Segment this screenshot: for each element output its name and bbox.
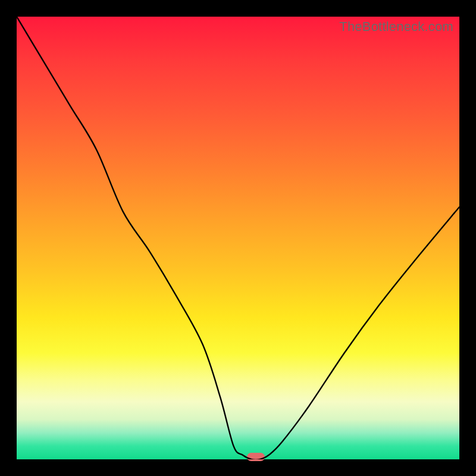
- curve-path: [17, 17, 459, 459]
- watermark-text: TheBottleneck.com: [339, 19, 453, 35]
- bottleneck-curve: [17, 17, 459, 459]
- chart-frame: TheBottleneck.com: [0, 0, 476, 476]
- plot-area: TheBottleneck.com: [17, 17, 459, 459]
